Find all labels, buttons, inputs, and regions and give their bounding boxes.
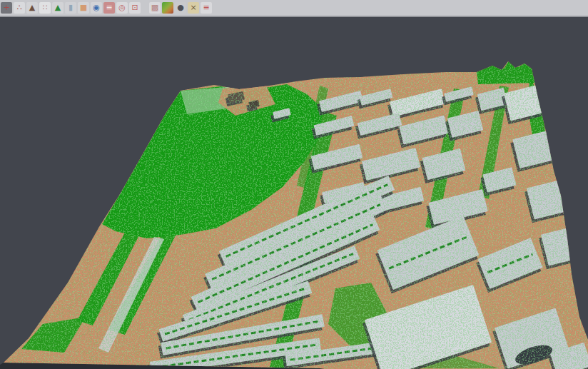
- orthomosaic-icon-glyph: ■: [80, 2, 87, 14]
- target-icon-glyph: ◎: [118, 2, 126, 14]
- navigation-mode-icon[interactable]: +: [1, 2, 12, 14]
- application-window: +∴▲∷▲▮■◉≡◎⊡▩●×≡: [0, 0, 588, 369]
- camera-icon-glyph: ●: [177, 2, 184, 14]
- discard-markers-icon[interactable]: ×: [188, 2, 199, 14]
- markers-icon[interactable]: ∷: [39, 2, 51, 14]
- point-picking-icon[interactable]: ∴: [14, 2, 25, 14]
- point-picking-icon-glyph: ∴: [17, 2, 22, 14]
- orthomosaic-icon[interactable]: ■: [78, 2, 89, 14]
- camera-icon[interactable]: ●: [175, 2, 186, 14]
- bounding-box-icon[interactable]: ▮: [65, 2, 76, 14]
- measure-lines-icon-glyph: ≡: [203, 2, 209, 14]
- terrain-model-icon[interactable]: ▲: [52, 2, 64, 14]
- attribute-table-icon-glyph: ≡: [106, 2, 112, 14]
- globe-icon-glyph: ◉: [93, 2, 100, 14]
- globe-icon[interactable]: ◉: [91, 2, 102, 14]
- mesh-hill-icon-glyph: ▲: [29, 2, 35, 14]
- mesh-hill-icon[interactable]: ▲: [26, 2, 38, 14]
- toolbar: +∴▲∷▲▮■◉≡◎⊡▩●×≡: [0, 0, 588, 17]
- attribute-table-icon[interactable]: ≡: [103, 2, 115, 14]
- bounding-box-icon-glyph: ▮: [69, 2, 73, 14]
- point-cloud-view[interactable]: [0, 17, 588, 369]
- markers-icon-glyph: ∷: [43, 2, 48, 14]
- classification-map-icon[interactable]: [162, 2, 173, 14]
- navigation-mode-icon-glyph: +: [3, 2, 9, 14]
- measure-lines-icon[interactable]: ≡: [201, 2, 212, 14]
- target-icon[interactable]: ◎: [116, 2, 128, 14]
- discard-markers-icon-glyph: ×: [190, 2, 196, 14]
- selection-bounds-icon[interactable]: ⊡: [129, 2, 141, 14]
- 3d-viewport[interactable]: [0, 17, 588, 369]
- checker-region-icon[interactable]: ▩: [149, 2, 161, 14]
- terrain-model-icon-glyph: ▲: [55, 2, 61, 14]
- checker-region-icon-glyph: ▩: [151, 2, 158, 14]
- selection-bounds-icon-glyph: ⊡: [131, 2, 138, 14]
